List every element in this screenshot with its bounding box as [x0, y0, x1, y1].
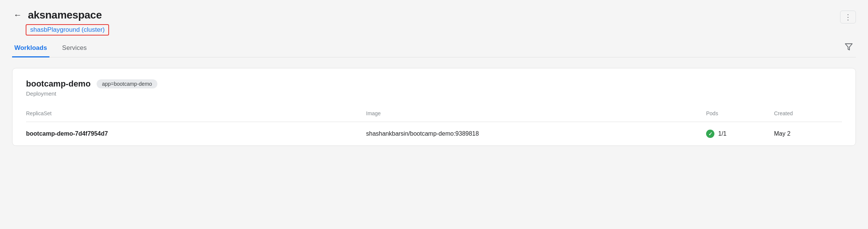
- tabs-row: Workloads Services: [12, 39, 856, 57]
- cell-replicaset: bootcamp-demo-7d4f7954d7: [26, 130, 366, 137]
- more-icon: ⋮: [844, 13, 852, 21]
- header-row: ← aksnamespace shasbPlayground (cluster)…: [12, 9, 856, 36]
- back-button[interactable]: ←: [12, 9, 23, 21]
- svg-marker-0: [845, 43, 852, 50]
- tabs-left: Workloads Services: [12, 39, 100, 57]
- more-options-button[interactable]: ⋮: [840, 11, 856, 23]
- col-header-pods: Pods: [706, 108, 774, 119]
- header-left: ← aksnamespace shasbPlayground (cluster): [12, 9, 109, 36]
- back-arrow-icon: ←: [14, 10, 22, 20]
- workload-name: bootcamp-demo: [26, 79, 91, 89]
- col-header-replicaset: ReplicaSet: [26, 108, 366, 119]
- tab-services[interactable]: Services: [60, 39, 89, 57]
- cell-created: May 2: [774, 130, 842, 137]
- pods-status-icon: [706, 130, 714, 138]
- back-title-row: ← aksnamespace: [12, 9, 109, 21]
- content-card: bootcamp-demo app=bootcamp-demo Deployme…: [12, 68, 856, 146]
- page-title: aksnamespace: [28, 9, 102, 21]
- pods-count: 1/1: [718, 130, 726, 137]
- col-header-image: Image: [366, 108, 706, 119]
- cell-pods: 1/1: [706, 130, 774, 138]
- table-header-row: ReplicaSet Image Pods Created: [26, 105, 842, 122]
- filter-icon: [845, 43, 853, 53]
- tab-workloads[interactable]: Workloads: [12, 39, 49, 57]
- workload-header: bootcamp-demo app=bootcamp-demo: [26, 79, 842, 89]
- workload-type: Deployment: [26, 90, 842, 97]
- workload-label-badge: app=bootcamp-demo: [97, 79, 157, 88]
- table-row: bootcamp-demo-7d4f7954d7 shashankbarsin/…: [26, 122, 842, 145]
- filter-button[interactable]: [842, 40, 856, 56]
- header-right: ⋮: [840, 9, 856, 23]
- col-header-created: Created: [774, 108, 842, 119]
- cell-image: shashankbarsin/bootcamp-demo:9389818: [366, 130, 706, 137]
- page-container: ← aksnamespace shasbPlayground (cluster)…: [0, 0, 868, 229]
- cluster-badge[interactable]: shasbPlayground (cluster): [26, 24, 109, 36]
